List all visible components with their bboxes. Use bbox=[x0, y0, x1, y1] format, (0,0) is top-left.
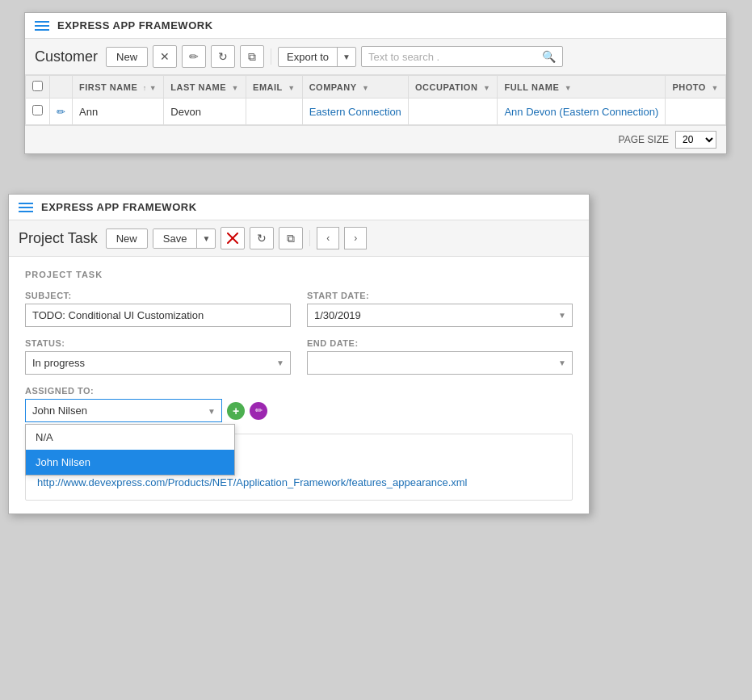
project-app-title: EXPRESS APP FRAMEWORK bbox=[41, 201, 197, 213]
form-row-assigned: ASSIGNED TO: John Nilsen N/A ▼ + ✏ N/A bbox=[25, 386, 573, 422]
company-cell: Eastern Connection bbox=[302, 99, 408, 125]
pagination-row: PAGE SIZE 20 50 100 bbox=[25, 125, 726, 153]
save-button-group[interactable]: Save ▼ bbox=[153, 228, 216, 249]
end-date-group: END DATE: ▼ bbox=[307, 338, 573, 375]
customer-table: FIRST NAME ↑ ▼ LAST NAME ▼ EMAIL ▼ COMPA… bbox=[25, 75, 726, 125]
project-new-button[interactable]: New bbox=[106, 228, 148, 249]
page-size-select[interactable]: 20 50 100 bbox=[675, 131, 716, 149]
page-size-label: PAGE SIZE bbox=[619, 134, 669, 145]
lastname-sort-filter[interactable]: ▼ bbox=[232, 84, 239, 92]
project-form: PROJECT TASK SUBJECT: START DATE: 1/30/2… bbox=[9, 257, 589, 513]
assigned-to-group: ASSIGNED TO: John Nilsen N/A ▼ + ✏ N/A bbox=[25, 386, 267, 422]
export-main[interactable]: Export to bbox=[279, 48, 338, 66]
start-date-select-wrap: 1/30/2019 ▼ bbox=[307, 304, 573, 327]
status-select-wrap: In progress Not started Completed ▼ bbox=[25, 351, 291, 375]
row-checkbox-cell[interactable] bbox=[26, 99, 50, 125]
project-task-window: EXPRESS APP FRAMEWORK Project Task New S… bbox=[8, 194, 590, 514]
project-app-header: EXPRESS APP FRAMEWORK bbox=[9, 195, 589, 220]
search-input[interactable] bbox=[362, 48, 536, 66]
dropdown-item-na[interactable]: N/A bbox=[26, 425, 234, 450]
form-row-subject-startdate: SUBJECT: START DATE: 1/30/2019 ▼ bbox=[25, 291, 573, 327]
delete-button[interactable] bbox=[221, 227, 245, 249]
photo-cell bbox=[666, 99, 726, 125]
end-date-select[interactable] bbox=[307, 351, 573, 375]
lastname-cell: Devon bbox=[164, 99, 246, 125]
assigned-to-label: ASSIGNED TO: bbox=[25, 386, 267, 396]
select-all-checkbox[interactable] bbox=[32, 81, 43, 91]
fullname-sort-filter[interactable]: ▼ bbox=[565, 84, 572, 92]
customer-toolbar: Customer New ✕ ✏ ↻ ⧉ Export to ▼ 🔍 bbox=[25, 39, 726, 75]
project-hamburger-menu[interactable] bbox=[19, 203, 33, 212]
status-select[interactable]: In progress Not started Completed bbox=[25, 351, 291, 375]
table-row: ✏ Ann Devon Eastern Connection Ann Devon… bbox=[26, 99, 726, 125]
prev-button[interactable]: ‹ bbox=[317, 227, 339, 249]
hamburger-menu[interactable] bbox=[35, 21, 49, 31]
end-date-label: END DATE: bbox=[307, 338, 573, 348]
row-edit-cell[interactable]: ✏ bbox=[50, 99, 73, 125]
search-icon: 🔍 bbox=[536, 47, 562, 66]
edit-assignee-button[interactable]: ✏ bbox=[250, 402, 267, 420]
email-sort-filter[interactable]: ▼ bbox=[288, 84, 295, 92]
occupation-header[interactable]: OCCUPATION ▼ bbox=[409, 76, 498, 99]
section-title: PROJECT TASK bbox=[25, 270, 573, 279]
form-row-status-enddate: STATUS: In progress Not started Complete… bbox=[25, 338, 573, 375]
project-title: Project Task bbox=[19, 230, 98, 247]
project-copy-button[interactable]: ⧉ bbox=[279, 227, 303, 249]
occupation-cell bbox=[409, 99, 498, 125]
assigned-dropdown: N/A John Nilsen bbox=[25, 424, 235, 476]
edit-button[interactable]: ✏ bbox=[182, 45, 206, 68]
search-box[interactable]: 🔍 bbox=[361, 46, 563, 67]
save-main-button[interactable]: Save bbox=[153, 229, 198, 248]
company-sort-filter[interactable]: ▼ bbox=[362, 84, 369, 92]
status-group: STATUS: In progress Not started Complete… bbox=[25, 338, 291, 375]
company-header[interactable]: COMPANY ▼ bbox=[302, 76, 408, 99]
row-checkbox[interactable] bbox=[32, 105, 43, 115]
project-refresh-button[interactable]: ↻ bbox=[250, 227, 274, 249]
assigned-to-select[interactable]: John Nilsen N/A bbox=[25, 399, 222, 422]
dropdown-item-john[interactable]: John Nilsen bbox=[26, 450, 234, 475]
export-button-group[interactable]: Export to ▼ bbox=[278, 47, 356, 67]
start-date-label: START DATE: bbox=[307, 291, 573, 300]
delete-icon bbox=[227, 233, 238, 244]
customer-app-header: EXPRESS APP FRAMEWORK bbox=[25, 13, 726, 39]
new-button[interactable]: New bbox=[106, 47, 148, 67]
select-all-header[interactable] bbox=[26, 76, 50, 99]
firstname-sort-filter[interactable]: ↑ ▼ bbox=[143, 84, 157, 92]
project-toolbar: Project Task New Save ▼ ↻ ⧉ ‹ › bbox=[9, 220, 589, 257]
start-date-select[interactable]: 1/30/2019 bbox=[307, 304, 573, 327]
save-arrow-button[interactable]: ▼ bbox=[197, 231, 215, 246]
status-label: STATUS: bbox=[25, 338, 291, 348]
photo-sort-filter[interactable]: ▼ bbox=[711, 84, 718, 92]
customer-title: Customer bbox=[35, 48, 98, 65]
copy-button[interactable]: ⧉ bbox=[240, 45, 264, 68]
firstname-header[interactable]: FIRST NAME ↑ ▼ bbox=[73, 76, 164, 99]
project-toolbar-divider bbox=[309, 230, 310, 246]
customer-window: EXPRESS APP FRAMEWORK Customer New ✕ ✏ ↻… bbox=[24, 12, 727, 154]
app-title: EXPRESS APP FRAMEWORK bbox=[57, 19, 213, 31]
start-date-group: START DATE: 1/30/2019 ▼ bbox=[307, 291, 573, 327]
email-header[interactable]: EMAIL ▼ bbox=[246, 76, 303, 99]
add-assignee-button[interactable]: + bbox=[227, 402, 245, 420]
assigned-to-row: John Nilsen N/A ▼ + ✏ bbox=[25, 399, 267, 422]
refresh-button[interactable]: ↻ bbox=[211, 45, 235, 68]
occupation-sort-filter[interactable]: ▼ bbox=[483, 84, 490, 92]
end-date-select-wrap: ▼ bbox=[307, 351, 573, 375]
email-cell bbox=[246, 99, 303, 125]
fullname-cell: Ann Devon (Eastern Connection) bbox=[498, 99, 666, 125]
firstname-cell: Ann bbox=[73, 99, 164, 125]
edit-col-header bbox=[50, 76, 73, 99]
customer-table-container: FIRST NAME ↑ ▼ LAST NAME ▼ EMAIL ▼ COMPA… bbox=[25, 75, 726, 125]
export-arrow[interactable]: ▼ bbox=[338, 49, 355, 65]
subject-input[interactable] bbox=[25, 304, 291, 327]
lastname-header[interactable]: LAST NAME ▼ bbox=[164, 76, 246, 99]
notes-url[interactable]: http://www.devexpress.com/Products/NET/A… bbox=[37, 476, 468, 488]
next-button[interactable]: › bbox=[344, 227, 367, 249]
subject-group: SUBJECT: bbox=[25, 291, 291, 327]
photo-header[interactable]: PHOTO ▼ bbox=[666, 76, 726, 99]
assigned-select-wrap: John Nilsen N/A ▼ bbox=[25, 399, 222, 422]
close-button[interactable]: ✕ bbox=[153, 45, 177, 68]
subject-label: SUBJECT: bbox=[25, 291, 291, 300]
fullname-header[interactable]: FULL NAME ▼ bbox=[498, 76, 666, 99]
toolbar-divider bbox=[271, 48, 271, 65]
